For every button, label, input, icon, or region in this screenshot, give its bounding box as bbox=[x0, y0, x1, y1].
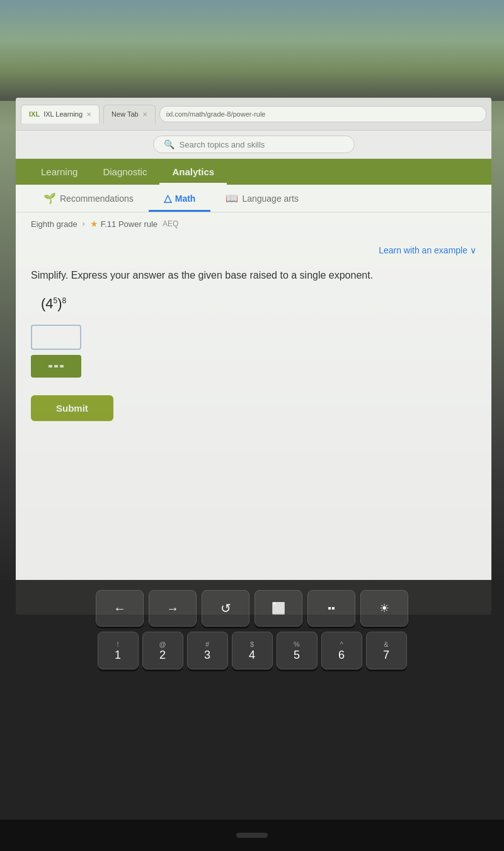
tab-favicon: IXL bbox=[29, 110, 40, 118]
laptop-bottom bbox=[0, 819, 504, 851]
new-tab-close-icon[interactable]: ✕ bbox=[142, 111, 147, 118]
number-row: ! 1 @ 2 # 3 $ 4 % 5 ^ 6 & 7 bbox=[0, 632, 504, 669]
chevron-down-icon: ∨ bbox=[470, 245, 476, 255]
key-4-top: $ bbox=[250, 641, 254, 648]
browser-tab-ixl[interactable]: IXL IXL Learning ✕ bbox=[21, 105, 100, 124]
tab-close-icon[interactable]: ✕ bbox=[86, 111, 91, 118]
answer-area bbox=[31, 325, 476, 378]
key-3-bottom: 3 bbox=[204, 649, 210, 661]
key-window[interactable]: ▪▪ bbox=[307, 590, 355, 627]
expression-outer-exp: 8 bbox=[62, 296, 67, 305]
key-1-top: ! bbox=[117, 641, 118, 648]
key-brightness[interactable]: ☀ bbox=[360, 590, 408, 627]
subtab-recommendations[interactable]: 🌱 Recommendations bbox=[28, 185, 149, 212]
key-3[interactable]: # 3 bbox=[187, 632, 228, 669]
breadcrumb-arrow-icon: › bbox=[83, 219, 85, 228]
nav-analytics-label: Analytics bbox=[172, 166, 214, 177]
key-3-top: # bbox=[205, 641, 209, 648]
key-1-bottom: 1 bbox=[115, 649, 121, 661]
problem-text: Simplify. Express your answer as the giv… bbox=[31, 268, 476, 283]
back-icon: ← bbox=[113, 601, 126, 616]
key-2-top: @ bbox=[159, 641, 166, 648]
keyboard-area: ← → ↺ ⬜ ▪▪ ☀ ! 1 @ 2 # 3 $ bbox=[0, 580, 504, 819]
dot-1 bbox=[49, 365, 52, 368]
main-nav: Learning Diagnostic Analytics bbox=[16, 159, 491, 185]
key-4[interactable]: $ 4 bbox=[232, 632, 273, 669]
forward-icon: → bbox=[166, 601, 179, 616]
key-2[interactable]: @ 2 bbox=[142, 632, 183, 669]
main-content: Learn with an example ∨ Simplify. Expres… bbox=[16, 235, 491, 431]
ixl-app: 🔍 Learning Diagnostic Analytics 🌱 Recomm… bbox=[16, 130, 491, 615]
nav-learning-label: Learning bbox=[41, 166, 77, 177]
subtab-recommendations-label: Recommendations bbox=[60, 194, 134, 204]
nav-analytics[interactable]: Analytics bbox=[159, 159, 227, 185]
window-icon: ▪▪ bbox=[328, 603, 335, 614]
recommendations-icon: 🌱 bbox=[43, 192, 56, 204]
key-7-bottom: 7 bbox=[383, 649, 389, 661]
webcam-indicator bbox=[236, 833, 268, 838]
key-6-top: ^ bbox=[340, 641, 343, 648]
expression-inner-exp: 5 bbox=[54, 296, 58, 305]
laptop-screen: IXL IXL Learning ✕ New Tab ✕ ixl.com/mat… bbox=[16, 98, 491, 615]
star-icon: ★ bbox=[90, 219, 98, 229]
browser-tab-new[interactable]: New Tab ✕ bbox=[103, 105, 156, 124]
tab-label: IXL Learning bbox=[43, 110, 83, 118]
sub-tabs: 🌱 Recommendations △ Math 📖 Language arts bbox=[16, 185, 491, 212]
nav-diagnostic[interactable]: Diagnostic bbox=[90, 159, 159, 185]
key-fullscreen[interactable]: ⬜ bbox=[255, 590, 302, 627]
language-arts-icon: 📖 bbox=[226, 192, 238, 204]
answer-keypad[interactable] bbox=[31, 355, 81, 378]
breadcrumb-badge: AEQ bbox=[163, 219, 178, 228]
expression-base: 4 bbox=[45, 296, 53, 311]
key-5[interactable]: % 5 bbox=[277, 632, 318, 669]
key-6-bottom: 6 bbox=[338, 649, 345, 661]
address-bar[interactable]: ixl.com/math/grade-8/power-rule bbox=[159, 106, 486, 122]
fullscreen-icon: ⬜ bbox=[272, 601, 285, 615]
key-refresh[interactable]: ↺ bbox=[202, 590, 249, 627]
learn-example-label: Learn with an example bbox=[379, 245, 467, 255]
breadcrumb-skill: ★ F.11 Power rule AEQ bbox=[90, 219, 179, 229]
nav-diagnostic-label: Diagnostic bbox=[103, 166, 147, 177]
key-5-top: % bbox=[294, 641, 300, 648]
subtab-language-arts[interactable]: 📖 Language arts bbox=[210, 185, 314, 212]
subtab-math-label: Math bbox=[175, 194, 196, 204]
search-bar-area: 🔍 bbox=[16, 130, 491, 159]
math-icon: △ bbox=[164, 192, 171, 204]
math-expression: (45)8 bbox=[41, 296, 476, 312]
search-icon: 🔍 bbox=[164, 139, 175, 149]
subtab-math[interactable]: △ Math bbox=[149, 185, 211, 212]
submit-button[interactable]: Submit bbox=[31, 395, 113, 421]
search-container[interactable]: 🔍 bbox=[153, 136, 355, 153]
learn-example-container: Learn with an example ∨ bbox=[31, 245, 476, 255]
nav-learning[interactable]: Learning bbox=[28, 159, 90, 185]
breadcrumb-grade[interactable]: Eighth grade bbox=[31, 219, 77, 229]
key-back[interactable]: ← bbox=[96, 590, 144, 627]
breadcrumb-skill-label: F.11 Power rule bbox=[101, 219, 158, 229]
answer-input-box[interactable] bbox=[31, 325, 81, 350]
key-1[interactable]: ! 1 bbox=[98, 632, 139, 669]
keyboard-fn-row: ← → ↺ ⬜ ▪▪ ☀ bbox=[0, 580, 504, 632]
key-7[interactable]: & 7 bbox=[366, 632, 407, 669]
keypad-dots bbox=[49, 365, 64, 368]
learn-example-button[interactable]: Learn with an example ∨ bbox=[379, 245, 476, 255]
subtab-language-arts-label: Language arts bbox=[242, 194, 299, 204]
new-tab-label: New Tab bbox=[112, 110, 139, 118]
background-scenery bbox=[0, 0, 504, 101]
dot-2 bbox=[54, 365, 58, 368]
key-2-bottom: 2 bbox=[159, 649, 166, 661]
brightness-icon: ☀ bbox=[379, 601, 389, 615]
browser-chrome: IXL IXL Learning ✕ New Tab ✕ ixl.com/mat… bbox=[16, 98, 491, 130]
key-6[interactable]: ^ 6 bbox=[321, 632, 362, 669]
address-text: ixl.com/math/grade-8/power-rule bbox=[166, 110, 266, 118]
dot-3 bbox=[60, 365, 64, 368]
key-forward[interactable]: → bbox=[149, 590, 197, 627]
breadcrumb: Eighth grade › ★ F.11 Power rule AEQ bbox=[16, 212, 491, 235]
key-5-bottom: 5 bbox=[294, 649, 300, 661]
key-7-top: & bbox=[384, 641, 388, 648]
refresh-icon: ↺ bbox=[220, 601, 231, 616]
key-4-bottom: 4 bbox=[249, 649, 255, 661]
search-input[interactable] bbox=[180, 140, 344, 149]
